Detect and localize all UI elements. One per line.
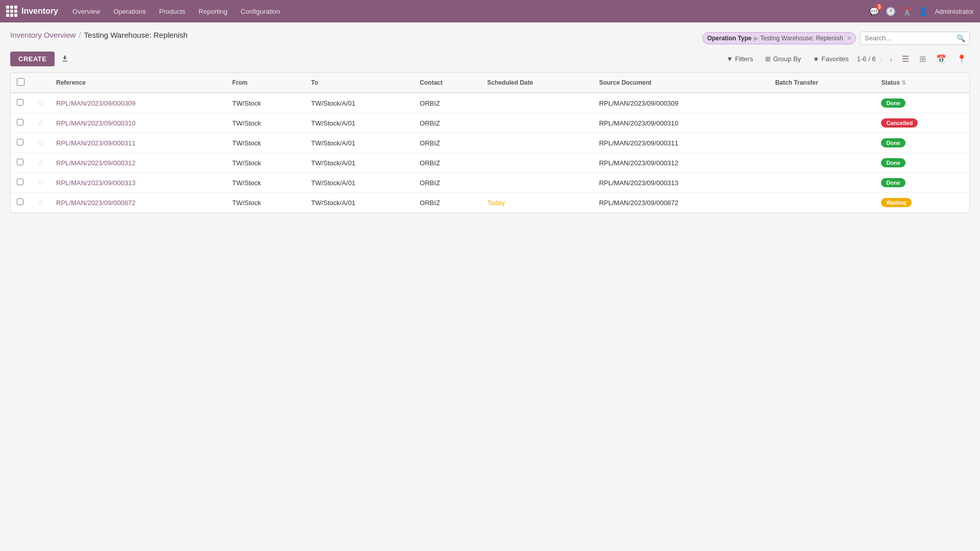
row-batch-transfer	[769, 193, 875, 213]
search-input-wrap: 🔍	[860, 32, 970, 45]
row-status-cell: Done	[875, 173, 969, 193]
row-checkbox[interactable]	[17, 139, 23, 145]
star-icon[interactable]: ☆	[37, 158, 44, 167]
row-source-document: RPL/MAN/2023/09/000313	[593, 173, 769, 193]
table-row[interactable]: ☆RPL/MAN/2023/09/000313TW/StockTW/Stock/…	[11, 173, 969, 193]
row-from: TW/Stock	[226, 93, 305, 113]
filters-button[interactable]: ▼ Filters	[722, 53, 757, 65]
row-star-cell: ☆	[31, 93, 50, 113]
action-toolbar: CREATE ▼ Filters ⊞ Group By ★ Favorites …	[10, 52, 970, 66]
col-header-source-document[interactable]: Source Document	[593, 73, 769, 93]
row-scheduled-date	[481, 173, 593, 193]
next-page-button[interactable]: ›	[887, 54, 895, 64]
row-scheduled-date	[481, 153, 593, 173]
row-checkbox[interactable]	[17, 119, 23, 126]
row-source-document: RPL/MAN/2023/09/000310	[593, 113, 769, 133]
row-checkbox[interactable]	[17, 198, 23, 205]
breadcrumb-parent[interactable]: Inventory Overview	[10, 31, 76, 39]
search-bar-area: Operation Type ▶ Testing Warehouse: Repl…	[702, 32, 970, 45]
row-reference[interactable]: RPL/MAN/2023/09/000309	[50, 93, 226, 113]
nav-configuration[interactable]: Configuration	[234, 5, 286, 18]
app-name: Inventory	[21, 7, 58, 16]
col-header-to[interactable]: To	[305, 73, 413, 93]
user-icon[interactable]: 👤	[918, 7, 928, 16]
group-by-icon: ⊞	[765, 55, 771, 63]
select-all-checkbox[interactable]	[17, 78, 24, 86]
row-batch-transfer	[769, 93, 875, 113]
row-checkbox[interactable]	[17, 179, 23, 185]
app-logo[interactable]: Inventory	[6, 6, 58, 17]
table-row[interactable]: ☆RPL/MAN/2023/09/000311TW/StockTW/Stock/…	[11, 133, 969, 153]
row-reference[interactable]: RPL/MAN/2023/09/000310	[50, 113, 226, 133]
row-checkbox-cell	[11, 93, 31, 113]
status-badge: Cancelled	[881, 118, 918, 128]
row-reference[interactable]: RPL/MAN/2023/09/000311	[50, 133, 226, 153]
row-reference[interactable]: RPL/MAN/2023/09/000313	[50, 173, 226, 193]
apps-grid-icon[interactable]	[6, 6, 17, 17]
main-content: Inventory Overview / Testing Warehouse: …	[0, 22, 980, 221]
row-source-document: RPL/MAN/2023/09/000312	[593, 153, 769, 173]
operation-type-filter-tag[interactable]: Operation Type ▶ Testing Warehouse: Repl…	[702, 32, 856, 44]
clock-icon[interactable]: 🕐	[886, 7, 896, 16]
col-header-contact[interactable]: Contact	[413, 73, 481, 93]
row-from: TW/Stock	[226, 173, 305, 193]
star-icon[interactable]: ☆	[37, 198, 44, 207]
row-scheduled-date	[481, 113, 593, 133]
table-row[interactable]: ☆RPL/MAN/2023/09/000309TW/StockTW/Stock/…	[11, 93, 969, 113]
status-badge: Waiting	[881, 198, 911, 207]
status-badge: Done	[881, 178, 905, 187]
row-checkbox[interactable]	[17, 159, 23, 165]
row-batch-transfer	[769, 133, 875, 153]
nav-reporting[interactable]: Reporting	[192, 5, 233, 18]
nav-overview[interactable]: Overview	[66, 5, 106, 18]
settings-icon[interactable]: ✂️	[902, 7, 912, 16]
row-source-document: RPL/MAN/2023/09/000309	[593, 93, 769, 113]
list-view-button[interactable]: ☰	[899, 52, 912, 66]
star-header	[31, 73, 50, 93]
breadcrumb: Inventory Overview / Testing Warehouse: …	[10, 31, 187, 39]
star-icon[interactable]: ☆	[37, 138, 44, 147]
nav-operations[interactable]: Operations	[107, 5, 152, 18]
star-icon[interactable]: ☆	[37, 118, 44, 127]
data-table: Reference From To Contact Scheduled Date…	[11, 73, 969, 213]
admin-label: Administrator	[935, 8, 974, 15]
col-header-batch-transfer[interactable]: Batch Transfer	[769, 73, 875, 93]
top-navigation: Inventory Overview Operations Products R…	[0, 0, 980, 22]
nav-products[interactable]: Products	[153, 5, 191, 18]
row-from: TW/Stock	[226, 153, 305, 173]
calendar-view-button[interactable]: 📅	[933, 52, 949, 66]
favorites-button[interactable]: ★ Favorites	[809, 53, 852, 65]
table-row[interactable]: ☆RPL/MAN/2023/09/000312TW/StockTW/Stock/…	[11, 153, 969, 173]
row-star-cell: ☆	[31, 153, 50, 173]
status-badge: Done	[881, 98, 905, 108]
prev-page-button[interactable]: ‹	[878, 54, 886, 64]
kanban-view-button[interactable]: ⊞	[916, 52, 929, 66]
select-all-header	[11, 73, 31, 93]
search-icon[interactable]: 🔍	[957, 34, 965, 42]
star-icon[interactable]: ☆	[37, 178, 44, 187]
search-input[interactable]	[865, 34, 957, 42]
filter-tag-remove-icon[interactable]: ×	[847, 34, 851, 42]
row-to: TW/Stock/A/01	[305, 193, 413, 213]
row-reference[interactable]: RPL/MAN/2023/09/000312	[50, 153, 226, 173]
download-button[interactable]	[59, 52, 71, 66]
chat-icon[interactable]: 💬 3	[869, 7, 879, 16]
row-checkbox[interactable]	[17, 99, 23, 106]
col-header-scheduled-date[interactable]: Scheduled Date	[481, 73, 593, 93]
pagination: 1-6 / 6 ‹ ›	[857, 54, 895, 64]
group-by-button[interactable]: ⊞ Group By	[761, 53, 805, 65]
row-scheduled-date	[481, 93, 593, 113]
map-view-button[interactable]: 📍	[953, 52, 970, 66]
star-icon[interactable]: ☆	[37, 98, 44, 107]
table-row[interactable]: ☆RPL/MAN/2023/09/000872TW/StockTW/Stock/…	[11, 193, 969, 213]
row-reference[interactable]: RPL/MAN/2023/09/000872	[50, 193, 226, 213]
table-header-row: Reference From To Contact Scheduled Date…	[11, 73, 969, 93]
col-header-status[interactable]: Status ⇅	[875, 73, 969, 93]
filter-icon: ▼	[726, 55, 733, 63]
col-header-reference[interactable]: Reference	[50, 73, 226, 93]
row-status-cell: Done	[875, 93, 969, 113]
row-checkbox-cell	[11, 133, 31, 153]
create-button[interactable]: CREATE	[10, 52, 55, 66]
col-header-from[interactable]: From	[226, 73, 305, 93]
table-row[interactable]: ☆RPL/MAN/2023/09/000310TW/StockTW/Stock/…	[11, 113, 969, 133]
